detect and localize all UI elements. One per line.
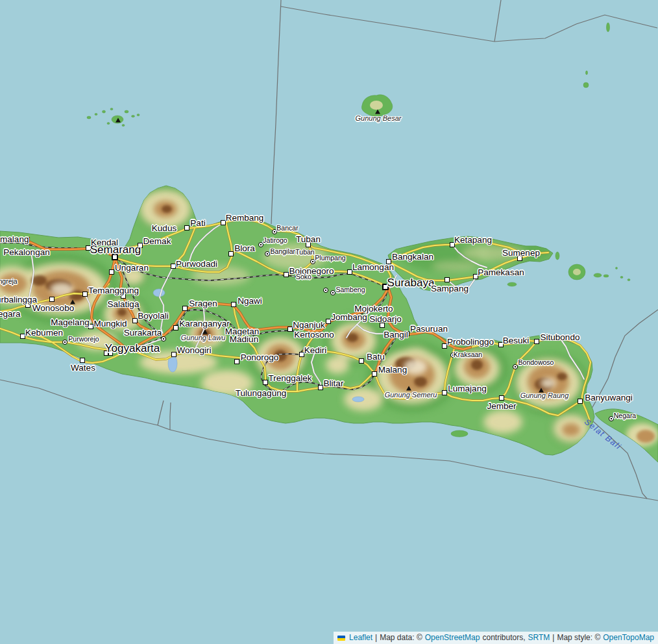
opentopomap-link[interactable]: OpenTopoMap bbox=[603, 632, 654, 644]
place-label-sampang: Sampang bbox=[431, 284, 469, 293]
place-label-malang: Malang bbox=[378, 365, 407, 375]
leaflet-map-canvas[interactable]: SemarangSurabayaYogyakartaPemalangPekalo… bbox=[0, 0, 658, 644]
place-label-wonogiri: Wonogiri bbox=[177, 345, 211, 355]
city-marker bbox=[82, 291, 88, 297]
contributors-text: contributors, bbox=[482, 632, 525, 644]
place-label-ketapang: Ketapang bbox=[454, 235, 492, 245]
place-label-pemalang: Pemalang bbox=[0, 234, 29, 244]
place-label-boyolali: Boyolali bbox=[138, 311, 168, 321]
place-label-sidoarjo: Sidoarjo bbox=[369, 314, 402, 324]
city-marker bbox=[265, 251, 270, 256]
city-marker bbox=[184, 225, 189, 230]
city-marker bbox=[284, 272, 289, 277]
place-label-demak: Demak bbox=[143, 236, 171, 246]
map-style-prefix: Map style: © bbox=[557, 632, 600, 644]
place-label-gunung-lawu: Gunung Lawu bbox=[181, 334, 226, 341]
place-label-ngawi: Ngawi bbox=[238, 296, 262, 306]
place-label-lamongan: Lamongan bbox=[352, 262, 394, 272]
place-label-rembang: Rembang bbox=[226, 213, 264, 223]
place-label-gunung-besar: Gunung Besar bbox=[356, 114, 402, 122]
mountain-peak-icon bbox=[375, 110, 380, 114]
place-label-trenggalek: Trenggalek bbox=[268, 373, 311, 383]
place-label-bondowoso: Bondowoso bbox=[518, 358, 554, 366]
city-marker bbox=[234, 359, 239, 364]
place-label-bangkalan: Bangkalan bbox=[392, 252, 433, 262]
city-marker bbox=[534, 339, 539, 344]
place-label-mungkid: Mungkid bbox=[93, 319, 127, 328]
city-marker bbox=[182, 306, 188, 311]
place-label-gunung-raung: Gunung Raung bbox=[520, 391, 569, 399]
city-marker bbox=[109, 269, 114, 275]
place-label-pasuruan: Pasuruan bbox=[410, 324, 448, 334]
city-marker bbox=[442, 343, 447, 349]
srtm-link[interactable]: SRTM bbox=[528, 632, 550, 644]
place-label-gunung-semeru: Gunung Semeru bbox=[385, 391, 437, 399]
place-label-magelang: Magelang bbox=[51, 317, 89, 327]
place-label-tuban: Tuban bbox=[295, 248, 314, 256]
city-marker bbox=[49, 297, 55, 302]
place-label-banjarnegara: Banjarnegara bbox=[0, 309, 21, 319]
attribution-bar: Leaflet | Map data: © OpenStreetMap cont… bbox=[334, 632, 658, 644]
place-label-blora: Blora bbox=[234, 243, 255, 253]
place-label-bangilan: Bangilan bbox=[271, 247, 297, 255]
place-label-kraksaan: Kraksaan bbox=[454, 351, 482, 358]
place-label-kebumen: Kebumen bbox=[25, 328, 63, 338]
place-label-wates: Wates bbox=[71, 363, 95, 373]
place-label-pamekasan: Pamekasan bbox=[478, 267, 524, 277]
place-label-wonosobo: Wonosobo bbox=[32, 303, 74, 313]
city-marker bbox=[442, 390, 447, 395]
place-label-kudus: Kudus bbox=[152, 223, 177, 233]
place-label-nganjuk: Nganjuk bbox=[293, 320, 325, 330]
place-label-tuban: Tuban bbox=[296, 234, 321, 244]
attribution-separator: | bbox=[375, 632, 377, 644]
place-label-kendal: Kendal bbox=[91, 238, 118, 247]
place-label-ponorogo: Ponorogo bbox=[241, 353, 279, 362]
ukraine-flag-icon bbox=[337, 636, 345, 641]
place-label-jember: Jember bbox=[487, 401, 516, 411]
mountain-peak-icon bbox=[116, 118, 121, 123]
city-marker bbox=[62, 340, 67, 345]
city-marker bbox=[578, 399, 583, 404]
city-marker bbox=[330, 290, 335, 295]
place-label-batu: Batu bbox=[367, 352, 385, 362]
city-marker bbox=[513, 364, 518, 369]
place-label-surakarta: Surakarta bbox=[124, 328, 162, 338]
city-marker bbox=[287, 327, 293, 332]
place-label-sragen: Sragen bbox=[189, 299, 217, 308]
place-label-blitar: Blitar bbox=[324, 378, 344, 388]
place-label-kertosono: Kertosono bbox=[294, 330, 334, 340]
place-label-situbondo: Situbondo bbox=[541, 332, 580, 342]
place-label-jatirogo: Jatirogo bbox=[263, 236, 287, 244]
place-label-lumajang: Lumajang bbox=[448, 384, 486, 393]
place-label-madiun: Madiun bbox=[230, 334, 258, 344]
openstreetmap-link[interactable]: OpenStreetMap bbox=[425, 632, 480, 644]
place-label-tulungagung: Tulungagung bbox=[236, 388, 286, 398]
place-label-banyuwangi: Banyuwangi bbox=[585, 393, 633, 402]
mountain-peak-icon bbox=[406, 386, 411, 391]
place-label-surabaya: Surabaya bbox=[387, 277, 435, 290]
city-marker bbox=[231, 302, 236, 307]
place-label-purwodadi: Purwodadi bbox=[176, 259, 217, 269]
place-label-purworejo: Purworejo bbox=[68, 335, 99, 343]
place-label-besuki: Besuki bbox=[503, 336, 530, 345]
city-marker bbox=[263, 380, 268, 385]
city-marker bbox=[347, 269, 352, 275]
city-marker bbox=[20, 334, 25, 339]
city-marker bbox=[132, 318, 138, 323]
city-marker bbox=[359, 358, 364, 364]
place-label-purbalingga: Purbalingga bbox=[0, 295, 37, 304]
place-label-yogyakarta: Yogyakarta bbox=[105, 342, 160, 355]
place-label-karanganyar: Karanganyar bbox=[179, 319, 229, 328]
map-data-prefix: Map data: © bbox=[380, 632, 422, 644]
city-marker bbox=[499, 395, 504, 401]
place-label-pekalongan: Pekalongan bbox=[3, 247, 49, 257]
place-label-karangreja: Karangreja bbox=[0, 277, 18, 285]
place-label-sumenep: Sumenep bbox=[502, 248, 540, 258]
city-marker bbox=[171, 352, 177, 357]
place-label-sambeng: Sambeng bbox=[336, 286, 365, 293]
city-marker bbox=[323, 288, 328, 293]
city-marker bbox=[445, 277, 450, 282]
place-label-kediri: Kediri bbox=[304, 345, 327, 355]
leaflet-link[interactable]: Leaflet bbox=[349, 632, 372, 644]
place-label-bangil: Bangil bbox=[384, 330, 408, 340]
